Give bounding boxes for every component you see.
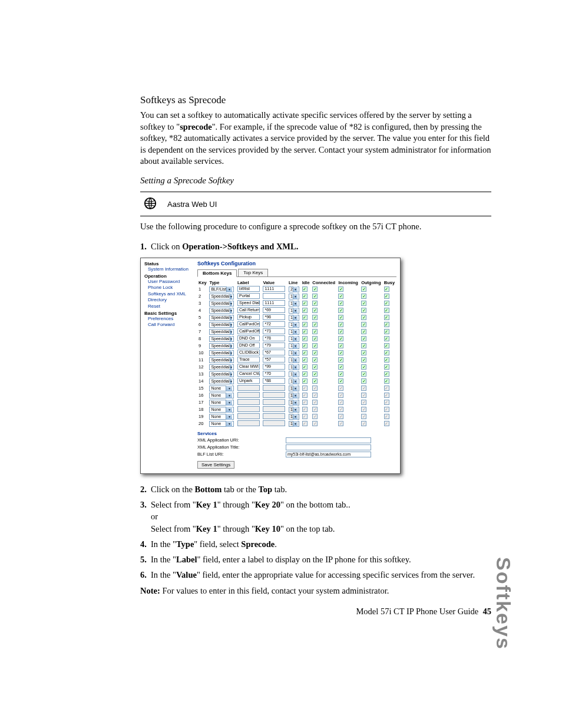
line-select[interactable]: 2▾ xyxy=(289,286,299,292)
value-field[interactable]: *79 xyxy=(263,342,285,348)
value-field[interactable]: *57 xyxy=(263,357,285,363)
state-checkbox[interactable]: ✓ xyxy=(361,329,366,334)
type-select[interactable]: Speeddial▾ xyxy=(209,350,234,356)
state-checkbox[interactable]: ✓ xyxy=(384,294,389,299)
value-field[interactable]: *69 xyxy=(263,307,285,313)
nav-userpw[interactable]: User Password xyxy=(144,279,193,285)
state-checkbox[interactable]: ✓ xyxy=(302,350,308,355)
state-checkbox[interactable]: ✓ xyxy=(312,315,318,320)
type-select[interactable]: Speeddial▾ xyxy=(209,308,234,314)
label-field[interactable]: CLIDBlock xyxy=(237,350,260,355)
value-field[interactable] xyxy=(263,293,285,299)
state-checkbox[interactable]: ✓ xyxy=(338,329,343,334)
state-checkbox[interactable]: ✓ xyxy=(338,357,343,363)
state-checkbox[interactable]: ✓ xyxy=(312,294,318,299)
type-select[interactable]: Speeddial▾ xyxy=(209,357,234,363)
state-checkbox[interactable]: ✓ xyxy=(312,322,318,327)
state-checkbox[interactable]: ✓ xyxy=(338,336,343,341)
state-checkbox[interactable]: ✓ xyxy=(384,350,389,355)
state-checkbox[interactable]: ✓ xyxy=(302,378,308,384)
state-checkbox[interactable]: ✓ xyxy=(302,343,308,348)
line-select[interactable]: 1▾ xyxy=(289,322,299,328)
nav-sysinfo[interactable]: System Information xyxy=(144,266,193,272)
label-field[interactable]: Speed Dial xyxy=(237,300,260,306)
line-select[interactable]: 1▾ xyxy=(289,329,299,335)
state-checkbox[interactable]: ✓ xyxy=(312,364,318,370)
state-checkbox[interactable]: ✓ xyxy=(384,286,389,292)
nav-softkeys[interactable]: Softkeys and XML xyxy=(144,291,193,297)
label-field[interactable]: Pickup xyxy=(237,314,260,320)
type-select[interactable]: Speeddial▾ xyxy=(209,329,234,335)
line-select[interactable]: 1▾ xyxy=(289,308,299,314)
state-checkbox[interactable]: ✓ xyxy=(338,301,343,306)
label-field[interactable]: CallFwdOff xyxy=(237,328,260,334)
state-checkbox[interactable]: ✓ xyxy=(361,350,366,355)
state-checkbox[interactable]: ✓ xyxy=(338,343,343,348)
value-field[interactable]: 1111 xyxy=(263,286,285,292)
state-checkbox[interactable]: ✓ xyxy=(384,301,389,306)
state-checkbox[interactable]: ✓ xyxy=(312,343,318,348)
state-checkbox[interactable]: ✓ xyxy=(302,357,308,363)
state-checkbox[interactable]: ✓ xyxy=(302,308,308,313)
value-field[interactable]: *73 xyxy=(263,328,285,334)
state-checkbox[interactable]: ✓ xyxy=(302,364,308,370)
state-checkbox[interactable]: ✓ xyxy=(312,286,318,292)
label-field[interactable]: DND On xyxy=(237,335,260,341)
state-checkbox[interactable]: ✓ xyxy=(361,357,366,363)
state-checkbox[interactable]: ✓ xyxy=(338,378,343,384)
state-checkbox[interactable]: ✓ xyxy=(361,322,366,327)
value-field[interactable]: *70 xyxy=(263,371,285,377)
state-checkbox[interactable]: ✓ xyxy=(361,315,366,320)
state-checkbox[interactable]: ✓ xyxy=(302,294,308,299)
nav-prefs[interactable]: Preferences xyxy=(144,316,193,322)
line-select[interactable]: 1▾ xyxy=(289,315,299,321)
state-checkbox[interactable]: ✓ xyxy=(384,308,389,313)
type-select[interactable]: Speeddial▾ xyxy=(209,294,234,299)
type-select[interactable]: Speeddial▾ xyxy=(209,343,234,349)
state-checkbox[interactable]: ✓ xyxy=(302,322,308,327)
type-select[interactable]: Speeddial▾ xyxy=(209,315,234,321)
blf-uri-field[interactable]: my53i-blf-list@as.broadworks.com xyxy=(286,452,371,457)
state-checkbox[interactable]: ✓ xyxy=(384,315,389,320)
state-checkbox[interactable]: ✓ xyxy=(312,336,318,341)
state-checkbox[interactable]: ✓ xyxy=(312,329,318,334)
line-select[interactable]: 1▾ xyxy=(289,357,299,363)
xml-title-field[interactable] xyxy=(286,444,371,450)
state-checkbox[interactable]: ✓ xyxy=(384,336,389,341)
nav-reset[interactable]: Reset xyxy=(144,304,193,309)
state-checkbox[interactable]: ✓ xyxy=(384,343,389,348)
value-field[interactable]: *98 xyxy=(263,314,285,320)
label-field[interactable]: Trace xyxy=(237,357,260,363)
state-checkbox[interactable]: ✓ xyxy=(338,322,343,327)
value-field[interactable]: *99 xyxy=(263,364,285,370)
label-field[interactable]: Portal xyxy=(237,293,260,299)
state-checkbox[interactable]: ✓ xyxy=(361,301,366,306)
line-select[interactable]: 1▾ xyxy=(289,378,299,384)
state-checkbox[interactable]: ✓ xyxy=(302,329,308,334)
label-field[interactable]: Cancel CW xyxy=(237,371,260,377)
type-select[interactable]: Speeddial▾ xyxy=(209,301,234,307)
type-select[interactable]: None▾ xyxy=(209,414,234,420)
value-field[interactable]: *88 xyxy=(263,378,285,384)
tab-top-keys[interactable]: Top Keys xyxy=(238,269,268,276)
type-select[interactable]: Speeddial▾ xyxy=(209,336,234,342)
state-checkbox[interactable]: ✓ xyxy=(302,371,308,377)
state-checkbox[interactable]: ✓ xyxy=(361,286,366,292)
state-checkbox[interactable]: ✓ xyxy=(312,357,318,363)
label-field[interactable]: CallFwdOn xyxy=(237,321,260,327)
label-field[interactable]: Unpark xyxy=(237,378,260,384)
save-settings-button[interactable]: Save Settings xyxy=(197,461,234,469)
label-field[interactable]: blf/list xyxy=(237,286,260,292)
state-checkbox[interactable]: ✓ xyxy=(384,322,389,327)
line-select[interactable]: 1▾ xyxy=(289,343,299,349)
state-checkbox[interactable]: ✓ xyxy=(338,364,343,370)
state-checkbox[interactable]: ✓ xyxy=(361,371,366,377)
state-checkbox[interactable]: ✓ xyxy=(361,364,366,370)
nav-callfwd[interactable]: Call Forward xyxy=(144,322,193,328)
state-checkbox[interactable]: ✓ xyxy=(312,350,318,355)
state-checkbox[interactable]: ✓ xyxy=(361,336,366,341)
line-select[interactable]: 1▾ xyxy=(289,371,299,377)
state-checkbox[interactable]: ✓ xyxy=(338,315,343,320)
state-checkbox[interactable]: ✓ xyxy=(312,371,318,377)
state-checkbox[interactable]: ✓ xyxy=(338,286,343,292)
